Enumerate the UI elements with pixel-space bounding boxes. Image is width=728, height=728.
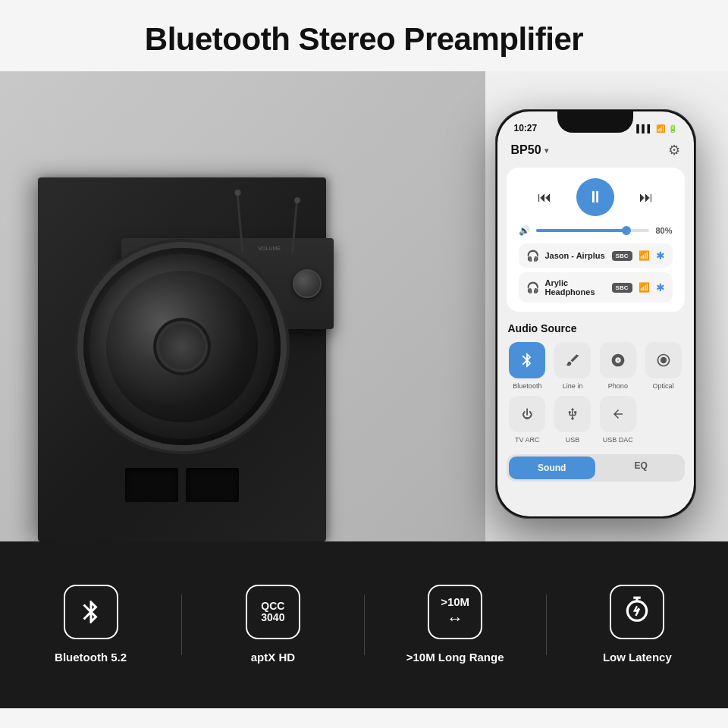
device-item-2[interactable]: 🎧 Arylic Headphones SBC 📶 ✱ [519, 272, 673, 303]
antenna-tip-right [294, 197, 301, 204]
signal-icon: ▌▌▌ [636, 124, 652, 133]
antenna-right [291, 200, 298, 253]
device-item-1[interactable]: 🎧 Jason - Airplus SBC 📶 ✱ [519, 243, 673, 268]
play-pause-button[interactable]: ⏸ [576, 178, 614, 216]
usb-source-label: USB [566, 436, 580, 444]
wifi-icon: 📶 [656, 124, 665, 133]
app-header: BP50 ▾ ⚙ [497, 139, 694, 165]
usbdac-source-label: USB DAC [603, 436, 633, 444]
range-line1: >10M [441, 595, 469, 609]
player-controls: ⏮ ⏸ ⏭ [519, 178, 673, 216]
feature-range: >10M ↔ >10M Long Range [365, 570, 546, 680]
feature-latency: Low Latency [547, 570, 728, 680]
usb-icon [566, 407, 579, 421]
bluetooth-feature-label: Bluetooth 5.2 [55, 650, 127, 665]
audio-source-section: Audio Source Bluetooth [497, 315, 694, 454]
feature-aptx: QCC 3040 aptX HD [182, 570, 363, 680]
device-name-row[interactable]: BP50 ▾ [511, 143, 548, 157]
qcc-line2: 3040 [261, 612, 284, 623]
optical-source-btn[interactable] [645, 342, 682, 378]
speaker-port-1 [125, 468, 178, 502]
speaker-cabinet: ON BT OFF BP50 MODE Arylic VOLUME [38, 177, 326, 541]
features-bar: Bluetooth 5.2 QCC 3040 aptX HD >10M ↔ >1… [0, 541, 728, 708]
phono-source-btn[interactable] [600, 342, 636, 378]
volume-fill [536, 229, 627, 232]
usbdac-source-btn[interactable] [600, 396, 636, 432]
tab-eq[interactable]: EQ [598, 454, 685, 482]
range-feature-label: >10M Long Range [406, 650, 504, 665]
volume-knob[interactable] [293, 269, 322, 298]
status-time: 10:27 [514, 123, 538, 133]
status-icons: ▌▌▌ 📶 🔋 [636, 124, 676, 133]
dropdown-arrow-icon: ▾ [544, 146, 548, 155]
device-name-label: BP50 [511, 143, 541, 157]
latency-feature-icon-box [610, 585, 664, 639]
tvarc-source-btn[interactable]: ⏻ [509, 396, 545, 432]
stopwatch-icon [623, 595, 651, 624]
qcc-line1: QCC [261, 601, 284, 612]
codec-badge-1: SBC [612, 251, 632, 261]
signal-strength-1: 📶 [639, 250, 650, 261]
phone-notch [557, 111, 633, 133]
optical-source-label: Optical [653, 382, 674, 390]
phono-source-label: Phono [608, 382, 628, 390]
latency-feature-label: Low Latency [603, 650, 672, 665]
source-usb[interactable]: USB [553, 396, 592, 444]
page-header: Bluetooth Stereo Preamplifier [0, 0, 728, 71]
phone-mockup: 10:27 ▌▌▌ 📶 🔋 BP50 ▾ ⚙ [495, 109, 696, 519]
latency-icon [623, 595, 651, 629]
bluetooth-feature-icon-box [64, 585, 118, 639]
audio-source-title: Audio Source [508, 322, 683, 334]
codec-badge-2: SBC [612, 283, 632, 293]
prev-button[interactable]: ⏮ [534, 187, 555, 208]
settings-icon[interactable]: ⚙ [668, 142, 680, 158]
volume-icon: 🔊 [519, 225, 530, 236]
tab-sound[interactable]: Sound [509, 457, 596, 479]
range-feature-icon-box: >10M ↔ [428, 585, 482, 639]
phone-area: 10:27 ▌▌▌ 📶 🔋 BP50 ▾ ⚙ [485, 71, 728, 541]
volume-track[interactable] [536, 229, 650, 232]
phone-screen: 10:27 ▌▌▌ 📶 🔋 BP50 ▾ ⚙ [497, 111, 694, 516]
linein-icon [565, 353, 580, 368]
device-name-1: Jason - Airplus [545, 251, 606, 260]
volume-thumb [622, 226, 631, 235]
tvarc-source-label: TV ARC [515, 436, 540, 444]
linein-source-btn[interactable] [554, 342, 591, 378]
device-settings-icon-1[interactable]: ✱ [656, 249, 665, 262]
source-phono[interactable]: Phono [598, 342, 638, 390]
volume-row: 🔊 80% [519, 225, 673, 236]
qcc-feature-icon-box: QCC 3040 [246, 585, 300, 639]
signal-strength-2: 📶 [639, 282, 650, 293]
bottom-tab-bar: Sound EQ [507, 454, 685, 482]
source-optical[interactable]: Optical [644, 342, 683, 390]
antenna-left [237, 193, 244, 253]
next-button[interactable]: ⏭ [635, 187, 657, 208]
page-title: Bluetooth Stereo Preamplifier [15, 21, 713, 58]
device-settings-icon-2[interactable]: ✱ [656, 281, 665, 293]
bluetooth-icon [519, 352, 535, 369]
device-name-2: Arylic Headphones [545, 278, 606, 297]
speaker-ports [125, 468, 239, 502]
source-usbdac[interactable]: USB DAC [598, 396, 638, 444]
optical-icon [656, 353, 671, 368]
main-content: ON BT OFF BP50 MODE Arylic VOLUME [0, 71, 728, 541]
volume-percentage: 80% [655, 226, 672, 235]
usb-source-btn[interactable] [554, 396, 591, 432]
source-bluetooth[interactable]: Bluetooth [508, 342, 548, 390]
battery-icon: 🔋 [668, 124, 677, 133]
bluetooth-source-btn[interactable] [509, 342, 545, 378]
source-empty [644, 396, 683, 444]
connected-devices-list: 🎧 Jason - Airplus SBC 📶 ✱ 🎧 Arylic Headp… [519, 243, 673, 303]
source-tvarc[interactable]: ⏻ TV ARC [508, 396, 548, 444]
device-area: ON BT OFF BP50 MODE Arylic VOLUME [0, 71, 485, 541]
bluetooth-source-label: Bluetooth [513, 382, 541, 390]
source-linein[interactable]: Line in [553, 342, 592, 390]
aptx-feature-label: aptX HD [251, 650, 295, 665]
linein-source-label: Line in [563, 382, 583, 390]
range-text: >10M ↔ [441, 595, 469, 629]
usbdac-icon [611, 407, 625, 421]
phono-icon [610, 353, 626, 368]
feature-bluetooth: Bluetooth 5.2 [0, 570, 181, 680]
qcc-text: QCC 3040 [261, 601, 284, 624]
headphone-icon-1: 🎧 [526, 249, 539, 262]
